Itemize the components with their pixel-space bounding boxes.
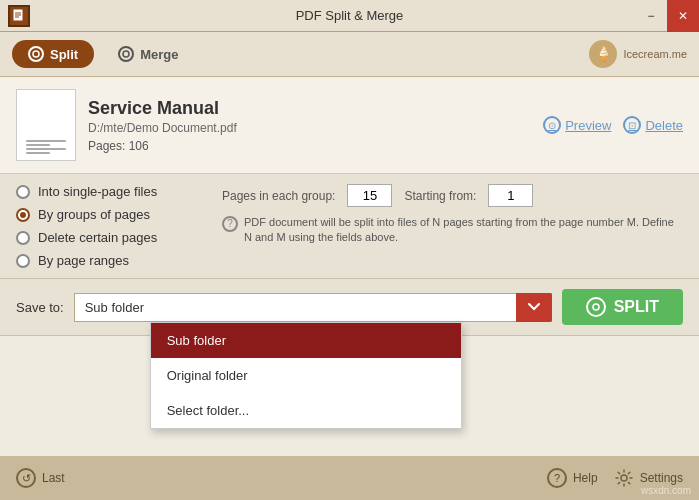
dropdown-arrow-button[interactable]	[516, 293, 552, 322]
watermark: wsxdn.com	[641, 485, 691, 496]
toolbar: Split Merge 🍦 Icecream.me	[0, 32, 699, 77]
radio-group: Into single-page files By groups of page…	[16, 184, 206, 268]
split-button[interactable]: SPLIT	[562, 289, 683, 325]
info-icon: ?	[222, 216, 238, 232]
split-tab[interactable]: Split	[12, 40, 94, 68]
dropdown-item-subfolder[interactable]: Sub folder	[151, 323, 461, 358]
delete-icon: ⊡	[623, 116, 641, 134]
main-content: Split Merge 🍦 Icecream.me Service Manual…	[0, 32, 699, 500]
window-controls: − ✕	[635, 0, 699, 32]
save-input-wrap: Sub folder Original folder Select folder…	[74, 293, 552, 322]
radio-delete-pages[interactable]: Delete certain pages	[16, 230, 206, 245]
settings-icon	[614, 468, 634, 488]
options-area: Into single-page files By groups of page…	[0, 174, 699, 279]
file-info: Service Manual D:/mte/Demo Document.pdf …	[0, 77, 699, 174]
close-button[interactable]: ✕	[667, 0, 699, 32]
preview-icon: ⊙	[543, 116, 561, 134]
preview-link[interactable]: ⊙ Preview	[543, 116, 611, 134]
minimize-button[interactable]: −	[635, 0, 667, 32]
split-btn-icon	[586, 297, 606, 317]
svg-point-4	[33, 51, 39, 57]
dropdown-item-original[interactable]: Original folder	[151, 358, 461, 393]
radio-circle-2	[16, 208, 30, 222]
last-icon: ↺	[16, 468, 36, 488]
options-fields: Pages in each group: Starting from:	[222, 184, 683, 207]
thumb-lines	[26, 140, 66, 156]
file-thumbnail	[16, 89, 76, 161]
file-name: Service Manual	[88, 98, 531, 119]
footer-last: ↺ Last	[16, 468, 65, 488]
delete-link[interactable]: ⊡ Delete	[623, 116, 683, 134]
footer-help[interactable]: ? Help	[547, 468, 598, 488]
radio-page-ranges[interactable]: By page ranges	[16, 253, 206, 268]
pages-per-group-input[interactable]	[347, 184, 392, 207]
svg-point-5	[123, 51, 129, 57]
save-to-label: Save to:	[16, 300, 64, 315]
radio-circle-4	[16, 254, 30, 268]
svg-point-6	[593, 304, 599, 310]
radio-by-groups[interactable]: By groups of pages	[16, 207, 206, 222]
options-right: Pages in each group: Starting from: ? PD…	[206, 184, 683, 268]
radio-circle-1	[16, 185, 30, 199]
starting-from-input[interactable]	[488, 184, 533, 207]
starting-from-label: Starting from:	[404, 189, 476, 203]
radio-single-page[interactable]: Into single-page files	[16, 184, 206, 199]
dropdown-item-select[interactable]: Select folder...	[151, 393, 461, 428]
svg-point-7	[621, 475, 627, 481]
merge-tab[interactable]: Merge	[102, 40, 194, 68]
file-path: D:/mte/Demo Document.pdf	[88, 121, 531, 135]
dropdown-menu: Sub folder Original folder Select folder…	[150, 322, 462, 429]
file-details: Service Manual D:/mte/Demo Document.pdf …	[88, 98, 531, 153]
radio-circle-3	[16, 231, 30, 245]
logo-avatar: 🍦	[589, 40, 617, 68]
merge-icon	[118, 46, 134, 62]
app-icon	[8, 5, 30, 27]
footer: ↺ Last ? Help Settings	[0, 456, 699, 500]
file-actions: ⊙ Preview ⊡ Delete	[543, 116, 683, 134]
window-title: PDF Split & Merge	[296, 8, 404, 23]
pages-per-group-label: Pages in each group:	[222, 189, 335, 203]
save-to-input[interactable]	[74, 293, 552, 322]
icecream-logo: 🍦 Icecream.me	[589, 40, 687, 68]
help-icon: ?	[547, 468, 567, 488]
save-area: Save to: Sub folder Original folder Sele…	[0, 279, 699, 336]
file-pages: Pages: 106	[88, 139, 531, 153]
split-icon	[28, 46, 44, 62]
options-description: ? PDF document will be split into files …	[222, 215, 683, 246]
title-bar: PDF Split & Merge − ✕	[0, 0, 699, 32]
